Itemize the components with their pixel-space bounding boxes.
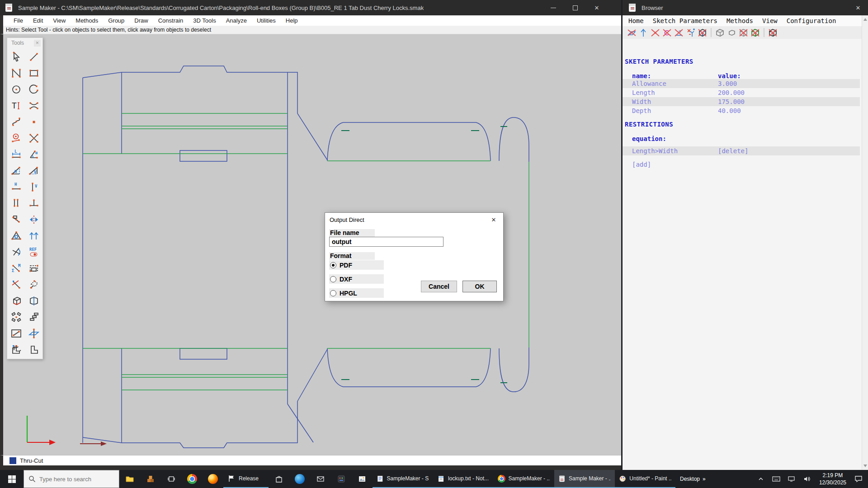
mail-button[interactable] <box>310 470 331 488</box>
tool-dim-length[interactable]: L <box>7 146 25 163</box>
tool-delete-cross[interactable] <box>7 277 25 293</box>
taskbar-window-notepad[interactable]: lockup.txt - Not... <box>433 470 494 488</box>
menu-analyze[interactable]: Analyze <box>221 17 252 24</box>
tool-constraint-triangle[interactable] <box>7 228 25 244</box>
file-name-input[interactable] <box>329 237 443 247</box>
package-app-button[interactable] <box>140 470 161 488</box>
tool-tangent[interactable] <box>7 244 25 260</box>
menu-methods[interactable]: Methods <box>71 17 103 24</box>
cancel-button[interactable]: Cancel <box>421 281 457 292</box>
scroll-up-icon[interactable] <box>863 18 867 21</box>
move-up-constraint-icon[interactable] <box>638 28 649 38</box>
taskbar-window-paint[interactable]: Untitled* - Paint ... <box>615 470 675 488</box>
remove-constraint-icon[interactable] <box>627 28 637 38</box>
menu-group[interactable]: Group <box>103 17 129 24</box>
tool-measure-sum[interactable]: ΣM <box>7 260 25 277</box>
tool-dim-horizontal[interactable]: H <box>7 163 25 179</box>
tool-constraint-perpendicular[interactable] <box>25 195 42 211</box>
format-option-pdf[interactable]: PDF <box>329 260 384 270</box>
edge-button[interactable] <box>289 470 310 488</box>
network-button[interactable] <box>785 470 798 488</box>
tool-node-cross[interactable] <box>25 130 42 146</box>
tool-trim[interactable] <box>25 98 42 114</box>
firefox-button[interactable] <box>203 470 223 488</box>
touch-keyboard-button[interactable] <box>769 470 783 488</box>
browser-scrollbar[interactable] <box>862 15 868 470</box>
browser-menu-methods[interactable]: Methods <box>726 17 753 24</box>
tools-palette-close-button[interactable]: ✕ <box>34 40 41 47</box>
tool-plane-3d[interactable] <box>25 325 42 342</box>
show-solid-icon[interactable] <box>750 28 760 38</box>
browser-menu-view[interactable]: View <box>762 17 778 24</box>
menu-file[interactable]: File <box>9 17 28 24</box>
parameter-row-depth[interactable]: Depth 40.000 <box>623 106 860 115</box>
photos-button[interactable] <box>352 470 373 488</box>
add-restriction-row[interactable]: [add] <box>623 160 860 169</box>
store-button[interactable] <box>269 470 289 488</box>
tool-point[interactable] <box>25 114 42 130</box>
menu-3d-tools[interactable]: 3D Tools <box>188 17 221 24</box>
solid-small-view-icon[interactable] <box>726 28 737 38</box>
taskbar-clock[interactable]: 2:19 PM 12/30/2025 <box>816 472 850 486</box>
radio-hpgl[interactable] <box>330 290 336 296</box>
tool-erase-region[interactable] <box>25 277 42 293</box>
tool-select-region[interactable] <box>25 260 42 277</box>
parameter-row-length[interactable]: Length 200.000 <box>623 88 860 97</box>
tool-move-up[interactable] <box>25 228 42 244</box>
tool-spline[interactable] <box>7 114 25 130</box>
tool-reference-toggle[interactable]: REF <box>25 244 42 260</box>
browser-close-button[interactable]: ✕ <box>848 0 868 15</box>
menu-utilities[interactable]: Utilities <box>252 17 281 24</box>
file-explorer-button[interactable] <box>119 470 140 488</box>
tool-text[interactable]: T <box>7 98 25 114</box>
tool-arc[interactable] <box>25 81 42 98</box>
add-restriction-link[interactable]: [add] <box>632 161 651 168</box>
format-option-dxf[interactable]: DXF <box>329 274 384 284</box>
menu-draw[interactable]: Draw <box>129 17 153 24</box>
tool-dim-angle[interactable]: α <box>25 146 42 163</box>
tool-stair-offset[interactable] <box>25 309 42 325</box>
tool-offset[interactable] <box>7 130 25 146</box>
ok-button[interactable]: OK <box>462 281 497 292</box>
tool-polyline[interactable] <box>7 65 25 81</box>
menu-constrain[interactable]: Constrain <box>153 17 189 24</box>
tool-explode[interactable] <box>7 309 25 325</box>
task-view-button[interactable] <box>161 470 182 488</box>
menu-edit[interactable]: Edit <box>28 17 48 24</box>
drawing-canvas[interactable]: Tools ✕ T L α <box>0 34 621 455</box>
close-button[interactable]: ✕ <box>586 0 608 15</box>
format-option-hpgl[interactable]: HPGL <box>329 288 384 298</box>
tool-line[interactable] <box>25 49 42 65</box>
tool-rectangle[interactable] <box>25 65 42 81</box>
taskbar-search[interactable] <box>24 470 119 488</box>
dialog-titlebar[interactable]: Output Direct ✕ <box>325 213 503 226</box>
dialog-close-button[interactable]: ✕ <box>490 216 498 223</box>
browser-menu-configuration[interactable]: Configuration <box>787 17 836 24</box>
menu-help[interactable]: Help <box>281 17 303 24</box>
solid-view-icon[interactable] <box>715 28 725 38</box>
tool-revolve-3d[interactable] <box>25 293 42 309</box>
desktop-toolbar[interactable]: Desktop » <box>675 470 710 488</box>
taskbar-window-sample-maker-active[interactable]: Sample Maker - ... <box>554 470 615 488</box>
search-input[interactable] <box>39 476 112 483</box>
tool-constraint-parallel[interactable] <box>7 195 25 211</box>
tool-select[interactable] <box>7 49 25 65</box>
maximize-button[interactable] <box>564 0 586 15</box>
tool-constraint-fix[interactable] <box>7 211 25 228</box>
radio-dxf[interactable] <box>330 276 336 282</box>
start-button[interactable] <box>0 470 24 488</box>
menu-view[interactable]: View <box>48 17 71 24</box>
volume-button[interactable] <box>800 470 814 488</box>
tool-extrude-l[interactable] <box>7 342 25 358</box>
minimize-button[interactable] <box>542 0 564 15</box>
toggle-axes-icon[interactable] <box>685 28 696 38</box>
hide-solid-icon[interactable] <box>768 28 778 38</box>
taskbar-window-samplemaker-help[interactable]: SampleMaker - S... <box>373 470 433 488</box>
browser-menu-sketch-parameters[interactable]: Sketch Parameters <box>653 17 717 24</box>
chrome-button[interactable] <box>182 470 203 488</box>
tool-corner-l[interactable] <box>25 342 42 358</box>
tool-box-3d[interactable] <box>7 293 25 309</box>
scroll-down-icon[interactable] <box>863 465 867 467</box>
action-center-button[interactable] <box>852 470 865 488</box>
delete-restriction-link[interactable]: [delete] <box>718 147 748 155</box>
